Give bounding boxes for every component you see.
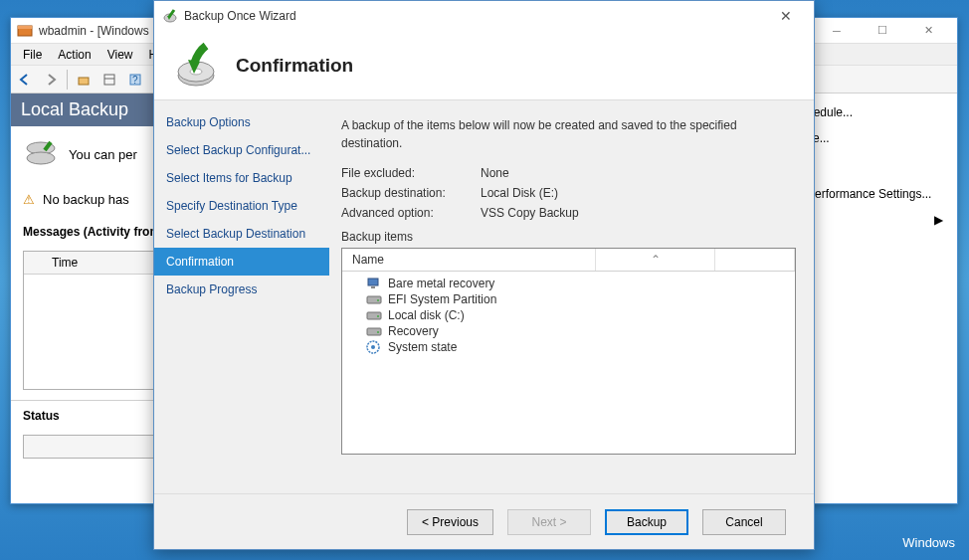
svg-rect-16 (368, 279, 378, 285)
actions-pane: hedule... ce... Performance Settings... … (793, 93, 957, 503)
kv-destination: Backup destination: Local Disk (E:) (341, 186, 796, 200)
step-destination[interactable]: Select Backup Destination (154, 220, 329, 248)
previous-button[interactable]: < Previous (407, 509, 493, 535)
svg-point-25 (371, 345, 375, 349)
advanced-value: VSS Copy Backup (481, 206, 579, 220)
menu-action[interactable]: Action (50, 46, 98, 64)
back-button[interactable] (13, 68, 37, 92)
warning-text: No backup has (43, 192, 129, 207)
wizard-app-icon (162, 8, 178, 24)
svg-rect-20 (367, 312, 381, 319)
svg-rect-3 (104, 75, 114, 85)
action-schedule[interactable]: hedule... (799, 99, 951, 125)
destination-label: Backup destination: (341, 186, 481, 200)
wizard-titlebar[interactable]: Backup Once Wizard ✕ (154, 1, 814, 31)
chevron-right-icon: ▶ (934, 213, 943, 227)
list-item[interactable]: EFI System Partition (342, 291, 795, 307)
wizard-body: Backup Options Select Backup Configurat.… (154, 100, 814, 493)
svg-rect-22 (367, 328, 381, 335)
backup-once-wizard: Backup Once Wizard ✕ Confirmation Backup… (153, 0, 815, 550)
backup-large-icon (170, 42, 218, 90)
next-button: Next > (507, 509, 591, 535)
forward-button[interactable] (39, 68, 63, 92)
drive-icon (366, 308, 382, 322)
wizard-header: Confirmation (154, 31, 814, 100)
svg-point-19 (377, 299, 379, 301)
drive-icon (366, 324, 382, 338)
toolbar-btn-1[interactable] (72, 68, 96, 92)
svg-point-9 (27, 152, 55, 164)
step-confirmation[interactable]: Confirmation (154, 248, 329, 276)
item-label: Recovery (388, 324, 439, 338)
toolbar-btn-2[interactable] (97, 68, 121, 92)
computer-icon (366, 277, 382, 290)
menu-file[interactable]: File (15, 46, 50, 64)
file-excluded-label: File excluded: (341, 166, 481, 180)
backup-items-list[interactable]: Name ⌃ Bare metal recovery EFI System Pa… (341, 248, 796, 455)
action-performance[interactable]: Performance Settings... (799, 181, 951, 207)
list-item[interactable]: Recovery (342, 323, 795, 339)
step-select-config[interactable]: Select Backup Configurat... (154, 136, 329, 164)
list-item[interactable]: Bare metal recovery (342, 276, 795, 291)
backup-button[interactable]: Backup (605, 509, 688, 535)
kv-file-excluded: File excluded: None (341, 166, 796, 180)
maximize-button[interactable]: ☐ (860, 18, 905, 44)
intro-text: You can per (69, 147, 137, 162)
warning-icon: ⚠ (23, 192, 35, 207)
destination-value: Local Disk (E:) (481, 186, 558, 200)
action-more[interactable]: ▶ (799, 207, 951, 233)
col-name[interactable]: Name (342, 249, 596, 271)
item-label: Local disk (C:) (388, 308, 465, 322)
svg-text:?: ? (132, 75, 138, 86)
toolbar-separator (67, 70, 68, 90)
backup-icon (23, 136, 59, 172)
item-label: Bare metal recovery (388, 277, 494, 290)
step-destination-type[interactable]: Specify Destination Type (154, 192, 329, 220)
list-item[interactable]: System state (342, 339, 795, 355)
menu-view[interactable]: View (99, 46, 141, 64)
kv-advanced: Advanced option: VSS Copy Backup (341, 206, 796, 220)
file-excluded-value: None (481, 166, 509, 180)
step-backup-options[interactable]: Backup Options (154, 108, 329, 136)
svg-rect-1 (18, 26, 32, 29)
action-backup-once[interactable]: ce... (799, 125, 951, 151)
step-progress[interactable]: Backup Progress (154, 276, 329, 303)
drive-icon (366, 292, 382, 306)
toolbar-btn-3[interactable]: ? (123, 68, 147, 92)
svg-point-21 (377, 315, 379, 317)
intro-text: A backup of the items below will now be … (341, 116, 796, 152)
wizard-heading: Confirmation (236, 55, 353, 77)
wizard-footer: < Previous Next > Backup Cancel (154, 493, 814, 549)
col-blank[interactable] (715, 249, 795, 271)
wizard-steps: Backup Options Select Backup Configurat.… (154, 100, 329, 493)
list-body: Bare metal recovery EFI System Partition… (342, 272, 795, 359)
system-state-icon (366, 340, 382, 354)
cancel-button[interactable]: Cancel (702, 509, 786, 535)
parent-title: wbadmin - [Windows (39, 24, 149, 38)
step-select-items[interactable]: Select Items for Backup (154, 164, 329, 192)
item-label: EFI System Partition (388, 292, 496, 306)
close-button[interactable]: ✕ (905, 18, 951, 44)
desktop-watermark: Windows (902, 535, 955, 550)
svg-rect-17 (371, 286, 375, 288)
window-buttons: ─ ☐ ✕ (814, 18, 951, 44)
wizard-main: A backup of the items below will now be … (329, 100, 814, 493)
minimize-button[interactable]: ─ (814, 18, 860, 44)
backup-items-label: Backup items (341, 230, 796, 244)
svg-rect-18 (367, 296, 381, 303)
wizard-close-button[interactable]: ✕ (766, 2, 806, 30)
item-label: System state (388, 340, 457, 354)
list-header[interactable]: Name ⌃ (342, 249, 795, 272)
advanced-label: Advanced option: (341, 206, 481, 220)
svg-rect-2 (79, 78, 89, 85)
app-icon (17, 23, 33, 39)
svg-point-23 (377, 331, 379, 333)
wizard-title: Backup Once Wizard (184, 9, 296, 23)
col-sort-indicator[interactable]: ⌃ (596, 249, 715, 271)
list-item[interactable]: Local disk (C:) (342, 307, 795, 323)
